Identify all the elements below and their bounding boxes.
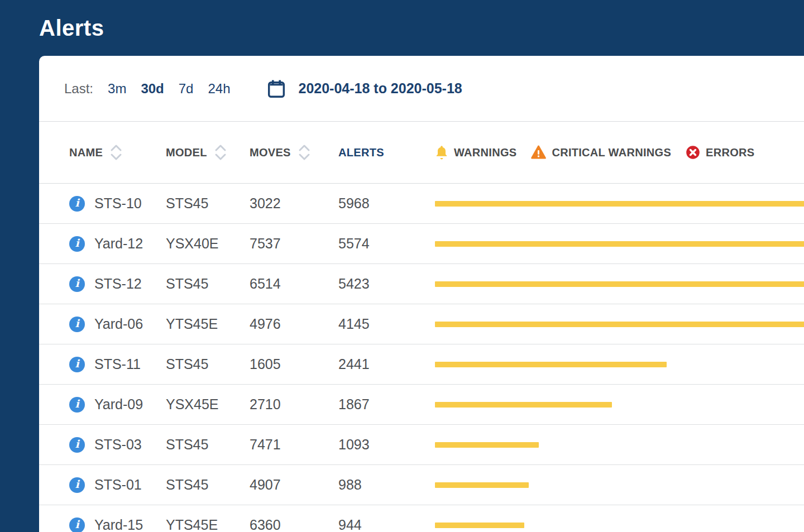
sort-icon[interactable] <box>109 143 123 162</box>
alerts-bar <box>435 362 667 367</box>
info-icon[interactable] <box>69 517 85 532</box>
cell-model: STS45 <box>166 356 250 372</box>
cell-model: STS45 <box>166 437 250 453</box>
info-icon[interactable] <box>69 196 85 212</box>
cell-alerts: 944 <box>338 517 435 532</box>
cell-model: STS45 <box>166 477 250 493</box>
table-row: STS-01 STS45 4907 988 <box>39 465 804 505</box>
cell-moves: 7471 <box>250 437 338 453</box>
cell-model: YSX45E <box>166 396 250 413</box>
cell-alerts: 1867 <box>338 396 435 413</box>
legend-critical-warnings: CRITICAL WARNINGS <box>531 145 671 160</box>
cell-moves: 4907 <box>250 477 338 493</box>
table-row: STS-03 STS45 7471 1093 <box>39 425 804 465</box>
alerts-bar <box>435 482 529 488</box>
col-moves[interactable]: MOVES <box>250 146 291 159</box>
alerts-card: Last: 3m 30d 7d 24h 2020-04-18 to 2020-0… <box>39 56 804 532</box>
calendar-icon <box>267 79 286 99</box>
cell-model: YSX40E <box>166 236 250 252</box>
cell-name: STS-11 <box>94 356 166 372</box>
info-icon[interactable] <box>69 437 85 453</box>
cell-name: Yard-12 <box>94 236 166 252</box>
cell-model: STS45 <box>166 276 250 292</box>
cell-alerts: 5574 <box>338 236 435 252</box>
cell-name: Yard-15 <box>94 517 166 532</box>
table-row: STS-12 STS45 6514 5423 <box>39 264 804 304</box>
sort-icon[interactable] <box>214 143 227 162</box>
cell-model: YTS45E <box>166 517 250 532</box>
filter-7d[interactable]: 7d <box>179 81 194 97</box>
legend-errors: ERRORS <box>686 145 754 160</box>
page-title: Alerts <box>39 16 104 41</box>
time-filter-bar: Last: 3m 30d 7d 24h 2020-04-18 to 2020-0… <box>39 56 804 122</box>
info-icon[interactable] <box>69 317 85 332</box>
cell-moves: 7537 <box>250 236 338 252</box>
cell-alerts: 5968 <box>338 195 435 212</box>
cell-alerts: 2441 <box>338 356 435 372</box>
alerts-bar <box>435 281 804 287</box>
table-row: Yard-15 YTS45E 6360 944 <box>39 505 804 532</box>
date-range-text: 2020-04-18 to 2020-05-18 <box>298 80 462 97</box>
cell-moves: 4976 <box>250 316 338 332</box>
cell-alerts: 1093 <box>338 437 435 453</box>
info-icon[interactable] <box>69 477 85 493</box>
filter-3m[interactable]: 3m <box>108 81 126 97</box>
cell-alerts: 5423 <box>338 276 435 292</box>
info-icon[interactable] <box>69 236 85 252</box>
alerts-bar <box>435 523 524 528</box>
sort-icon[interactable] <box>298 143 311 162</box>
table-header: NAME MODEL MOVES ALERTS <box>39 122 804 184</box>
filter-30d[interactable]: 30d <box>141 81 164 97</box>
cell-alerts: 4145 <box>338 316 435 332</box>
cell-model: STS45 <box>166 195 250 212</box>
cell-moves: 6514 <box>250 276 338 292</box>
table-row: STS-11 STS45 1605 2441 <box>39 344 804 385</box>
table-row: Yard-06 YTS45E 4976 4145 <box>39 304 804 344</box>
cell-name: Yard-06 <box>94 316 166 332</box>
cell-name: STS-01 <box>94 477 166 493</box>
cell-moves: 6360 <box>250 517 338 532</box>
alerts-bar <box>435 402 612 408</box>
col-model[interactable]: MODEL <box>166 146 207 159</box>
alerts-bar <box>435 322 804 327</box>
info-icon[interactable] <box>69 357 85 372</box>
info-icon[interactable] <box>69 276 85 292</box>
cell-model: YTS45E <box>166 316 250 332</box>
table-body: STS-10 STS45 3022 5968 Yard-12 YSX40E 75… <box>39 184 804 532</box>
cell-moves: 2710 <box>250 396 338 413</box>
cell-name: Yard-09 <box>94 396 166 413</box>
bell-icon <box>435 145 448 160</box>
alerts-bar <box>435 201 804 207</box>
last-label: Last: <box>64 81 93 97</box>
table-row: Yard-09 YSX45E 2710 1867 <box>39 385 804 425</box>
alerts-legend: WARNINGS CRITICAL WARNINGS ERRORS <box>435 145 804 160</box>
cell-name: STS-12 <box>94 276 166 292</box>
date-range-picker[interactable]: 2020-04-18 to 2020-05-18 <box>267 79 462 99</box>
cell-moves: 3022 <box>250 195 338 212</box>
error-icon <box>686 145 700 160</box>
cell-name: STS-10 <box>94 195 166 212</box>
table-row: STS-10 STS45 3022 5968 <box>39 184 804 224</box>
legend-warnings: WARNINGS <box>435 145 516 160</box>
cell-name: STS-03 <box>94 437 166 453</box>
info-icon[interactable] <box>69 397 85 413</box>
cell-moves: 1605 <box>250 356 338 372</box>
filter-24h[interactable]: 24h <box>208 81 230 97</box>
col-alerts[interactable]: ALERTS <box>338 146 384 159</box>
critical-warning-icon <box>531 145 546 160</box>
alerts-bar <box>435 241 804 247</box>
alerts-bar <box>435 442 539 448</box>
cell-alerts: 988 <box>338 477 435 493</box>
table-row: Yard-12 YSX40E 7537 5574 <box>39 224 804 264</box>
col-name[interactable]: NAME <box>69 146 103 159</box>
